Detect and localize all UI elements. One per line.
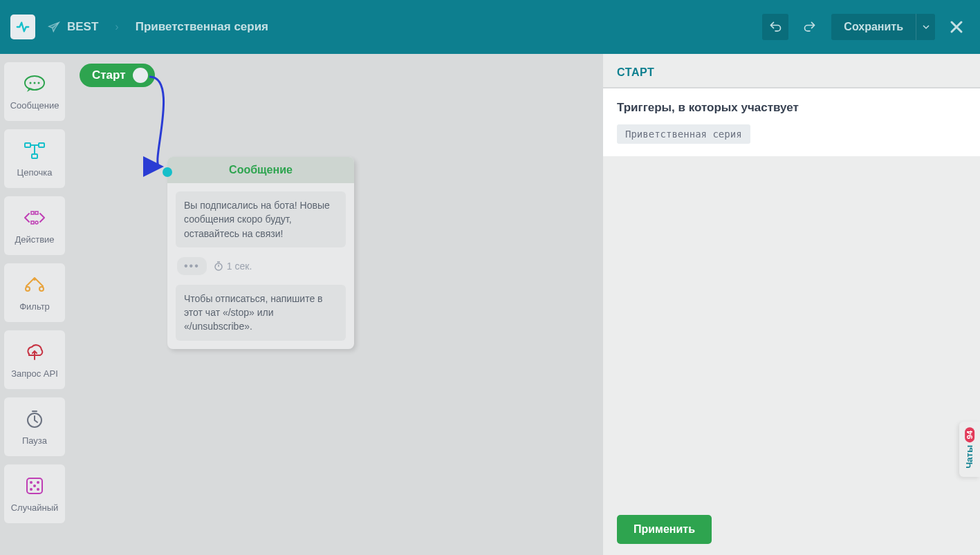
logo-icon — [15, 19, 30, 35]
message-node-title: Сообщение — [167, 157, 354, 183]
panel-footer: Применить — [603, 504, 980, 555]
svg-point-10 — [35, 221, 38, 224]
svg-rect-6 — [32, 154, 37, 158]
sidebar-item-label: Действие — [15, 234, 54, 245]
save-dropdown-button[interactable] — [916, 14, 935, 40]
message-node-body: Вы подписались на бота! Новые сообщения … — [167, 183, 354, 349]
undo-icon — [768, 20, 782, 34]
telegram-icon — [48, 21, 60, 33]
start-label: Старт — [92, 68, 126, 82]
svg-rect-8 — [35, 211, 38, 214]
apply-button[interactable]: Применить — [617, 515, 712, 544]
sidebar-item-label: Сообщение — [10, 100, 59, 111]
svg-point-2 — [34, 82, 36, 84]
sidebar-item-label: Фильтр — [19, 301, 50, 312]
svg-rect-4 — [25, 143, 30, 147]
breadcrumb-separator: › — [115, 21, 118, 33]
svg-point-20 — [37, 488, 39, 491]
node-palette: Сообщение Цепочка Действие Фильтр Запрос… — [0, 54, 73, 555]
svg-point-16 — [30, 481, 33, 484]
sidebar-item-label: Случайный — [11, 502, 59, 513]
message-block-1: Вы подписались на бота! Новые сообщения … — [176, 191, 346, 247]
svg-rect-7 — [31, 211, 34, 214]
svg-point-12 — [26, 287, 30, 291]
palette-chain[interactable]: Цепочка — [4, 129, 65, 188]
trigger-tag[interactable]: Приветственная серия — [617, 124, 750, 144]
chevron-down-icon — [923, 23, 930, 30]
timing-text: 1 сек. — [214, 261, 252, 272]
save-button[interactable]: Сохранить — [831, 14, 916, 40]
dice-icon — [24, 475, 46, 497]
triggers-section-title: Триггеры, в которых участвует — [617, 101, 966, 115]
svg-point-18 — [33, 485, 36, 487]
save-group: Сохранить — [831, 14, 935, 40]
close-icon — [948, 19, 965, 35]
breadcrumb-flow: Приветственная серия — [136, 20, 268, 34]
action-icon — [24, 207, 46, 229]
start-node[interactable]: Старт — [80, 64, 155, 87]
palette-filter[interactable]: Фильтр — [4, 263, 65, 322]
message-node[interactable]: Сообщение Вы подписались на бота! Новые … — [167, 157, 354, 349]
chat-badge: 94 — [965, 427, 974, 442]
svg-point-3 — [38, 82, 40, 84]
sidebar-item-label: Запрос API — [11, 368, 58, 379]
app-logo[interactable] — [10, 15, 35, 39]
palette-action[interactable]: Действие — [4, 196, 65, 255]
message-input-port[interactable] — [163, 167, 172, 177]
clock-icon — [24, 408, 46, 430]
svg-point-1 — [30, 82, 32, 84]
triggers-section: Триггеры, в которых участвует Приветстве… — [603, 88, 980, 156]
breadcrumb-bot[interactable]: BEST — [48, 20, 98, 34]
svg-rect-9 — [31, 221, 34, 224]
typing-indicator-icon: ••• — [177, 257, 207, 275]
sidebar-item-label: Цепочка — [17, 167, 53, 178]
svg-point-11 — [33, 278, 36, 281]
message-block-2: Чтобы отписаться, напишите в этот чат «/… — [176, 285, 346, 341]
chat-widget[interactable]: 94 Чаты — [959, 422, 980, 477]
redo-icon — [803, 20, 817, 34]
stopwatch-icon — [214, 261, 223, 271]
redo-button[interactable] — [797, 14, 823, 40]
header-right: Сохранить — [762, 14, 970, 40]
app-header: BEST › Приветственная серия Сохранить — [0, 0, 980, 54]
svg-point-17 — [37, 481, 39, 484]
message-timing-row: ••• 1 сек. — [176, 254, 346, 278]
palette-message[interactable]: Сообщение — [4, 62, 65, 121]
close-button[interactable] — [943, 14, 970, 40]
svg-rect-5 — [39, 143, 44, 147]
filter-icon — [24, 274, 46, 296]
chain-icon — [24, 140, 46, 162]
sidebar-item-label: Пауза — [22, 435, 47, 446]
properties-panel: СТАРТ Триггеры, в которых участвует Прив… — [603, 54, 980, 555]
cloud-icon — [24, 341, 46, 363]
svg-point-13 — [39, 287, 44, 291]
message-icon — [24, 73, 46, 95]
panel-title: СТАРТ — [603, 54, 980, 88]
palette-pause[interactable]: Пауза — [4, 397, 65, 456]
flow-name: Приветственная серия — [136, 20, 268, 34]
breadcrumb: BEST › Приветственная серия — [48, 20, 268, 34]
chat-label: Чаты — [964, 445, 974, 469]
svg-point-19 — [30, 488, 33, 491]
palette-random[interactable]: Случайный — [4, 464, 65, 523]
bot-name: BEST — [67, 20, 98, 34]
header-left: BEST › Приветственная серия — [10, 15, 268, 39]
palette-api[interactable]: Запрос API — [4, 330, 65, 389]
start-output-port[interactable] — [133, 68, 148, 83]
undo-button[interactable] — [762, 14, 788, 40]
